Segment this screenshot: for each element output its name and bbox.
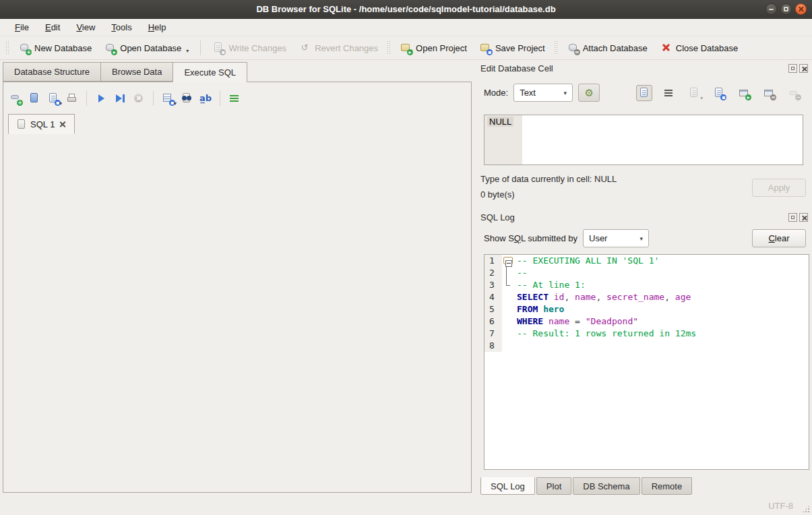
toolbar-handle[interactable] (5, 40, 9, 55)
clear-log-button[interactable]: Clear (752, 229, 806, 247)
open-sql-file-icon[interactable] (28, 92, 40, 104)
line-number: 7 (485, 328, 502, 340)
open-url-icon[interactable]: ∞ (761, 85, 777, 101)
tab-database-structure[interactable]: Database Structure (3, 62, 100, 82)
show-sql-label: Show SQL submitted by (484, 233, 577, 243)
close-database-button[interactable]: Close Database (654, 38, 745, 57)
fold-column (502, 328, 511, 340)
line-number: 2 (485, 267, 502, 279)
toolbar-handle[interactable] (387, 40, 391, 55)
menu-edit[interactable]: Edit (38, 20, 67, 34)
fold-marker-icon (502, 267, 511, 279)
minimize-button[interactable] (766, 3, 777, 15)
print-sql-icon[interactable] (66, 92, 78, 104)
close-button[interactable] (795, 3, 807, 15)
new-database-button[interactable]: + New Database (12, 38, 98, 57)
toolbar-handle[interactable] (554, 40, 558, 55)
mode-combobox[interactable]: Text▾ (513, 84, 573, 102)
sql-document-icon (17, 119, 26, 129)
code-line: 4SELECT id, name, secret_name, age (485, 291, 809, 303)
cell-value-editor[interactable]: NULL (484, 115, 803, 165)
tab-browse-data[interactable]: Browse Data (100, 62, 173, 82)
line-number: 6 (485, 315, 502, 328)
stop-execution-icon (133, 92, 145, 104)
code-line: 5FROM hero (485, 303, 809, 315)
save-project-button[interactable]: ▪ Save Project (473, 38, 551, 57)
sql-log-dock-title: SQL Log (480, 212, 515, 222)
line-number: 4 (485, 291, 502, 303)
dock-tab-remote[interactable]: Remote (642, 477, 693, 495)
cell-null-gutter: NULL (485, 115, 522, 164)
execute-sql-panel (3, 82, 472, 493)
open-in-app-icon[interactable]: ▸ (736, 85, 752, 101)
text-mode-toggle[interactable] (636, 85, 652, 101)
close-sql-tab-icon[interactable] (59, 121, 66, 128)
open-database-icon: ▸ (104, 42, 116, 54)
close-panel-icon[interactable] (799, 64, 808, 73)
dock-tab-sql-log[interactable]: SQL Log (480, 477, 535, 495)
dock-tab-db-schema[interactable]: DB Schema (573, 477, 639, 495)
menu-file[interactable]: File (8, 20, 36, 34)
execute-line-icon[interactable] (114, 92, 126, 104)
export-to-file-icon[interactable]: ▪ (711, 85, 727, 101)
cell-word-wrap-icon[interactable] (661, 85, 677, 101)
save-project-icon: ▪ (479, 42, 491, 54)
maximize-button[interactable] (780, 3, 792, 15)
new-database-icon: + (18, 42, 30, 54)
tab-execute-sql[interactable]: Execute SQL (173, 62, 247, 82)
find-replace-icon[interactable] (181, 92, 193, 104)
code-line: 1-- EXECUTING ALL IN 'SQL 1' (485, 255, 809, 267)
menu-bar: File Edit View Tools Help (0, 19, 812, 36)
save-results-icon[interactable]: ▪▾ (162, 92, 174, 104)
apply-button: Apply (752, 179, 806, 197)
code-line: 3-- At line 1: (485, 279, 809, 291)
open-project-button[interactable]: ▸ Open Project (394, 38, 473, 57)
mode-label: Mode: (484, 88, 508, 98)
menu-view[interactable]: View (69, 20, 102, 34)
open-database-menu-caret-icon: ▾ (186, 48, 189, 54)
maximize-icon (784, 7, 788, 11)
code-line: 6WHERE name = "Deadpond" (485, 315, 809, 328)
word-wrap-icon[interactable] (228, 92, 241, 104)
line-number: 1 (485, 255, 502, 267)
revert-changes-button: ↺ Revert Changes (292, 38, 384, 57)
sql-log-view[interactable]: 1-- EXECUTING ALL IN 'SQL 1'2--3-- At li… (484, 254, 809, 470)
edit-cell-dock-title: Edit Database Cell (480, 63, 553, 73)
status-bar: UTF-8 (0, 495, 812, 515)
auto-format-icon[interactable]: a̲b (199, 92, 212, 104)
cell-size-text: 0 byte(s) (480, 189, 515, 200)
revert-changes-icon: ↺ (299, 42, 311, 54)
line-number: 5 (485, 303, 502, 315)
open-database-button[interactable]: ▸ Open Database ▾ (98, 38, 195, 57)
fold-column (502, 340, 511, 352)
window-title: DB Browser for SQLite - /home/user/code/… (256, 4, 555, 14)
code-line: 8 (485, 340, 809, 352)
fold-marker-icon[interactable] (503, 257, 513, 264)
fold-marker-icon (502, 279, 511, 291)
fold-column (502, 303, 511, 315)
float-panel-icon[interactable] (788, 213, 797, 222)
auto-switch-mode-button[interactable]: ⚙ (578, 84, 600, 102)
save-sql-file-icon[interactable]: ▪▾ (47, 92, 59, 104)
dock-tab-plot[interactable]: Plot (536, 477, 571, 495)
title-bar[interactable]: DB Browser for SQLite - /home/user/code/… (0, 0, 812, 19)
close-panel-icon[interactable] (799, 213, 808, 222)
line-number: 8 (485, 340, 502, 352)
import-from-file-icon: ▾ (686, 85, 702, 101)
sql-file-tab[interactable]: SQL 1 (8, 114, 75, 134)
sql-source-combobox[interactable]: User▾ (583, 229, 649, 247)
float-panel-icon[interactable] (788, 64, 797, 73)
open-project-icon: ▸ (400, 42, 412, 54)
minimize-icon (769, 9, 774, 10)
gear-icon: ⚙ (583, 87, 595, 99)
attach-database-button[interactable]: ∞ Attach Database (561, 38, 654, 57)
fold-column (502, 291, 511, 303)
menu-tools[interactable]: Tools (104, 20, 138, 34)
write-changes-button: ▪ Write Changes (206, 38, 292, 57)
execute-all-icon[interactable] (95, 92, 107, 104)
resize-grip[interactable] (802, 505, 810, 513)
set-null-icon: − (786, 85, 802, 101)
fold-column (502, 315, 511, 328)
menu-help[interactable]: Help (142, 20, 173, 34)
new-sql-tab-icon[interactable]: + (9, 92, 22, 104)
